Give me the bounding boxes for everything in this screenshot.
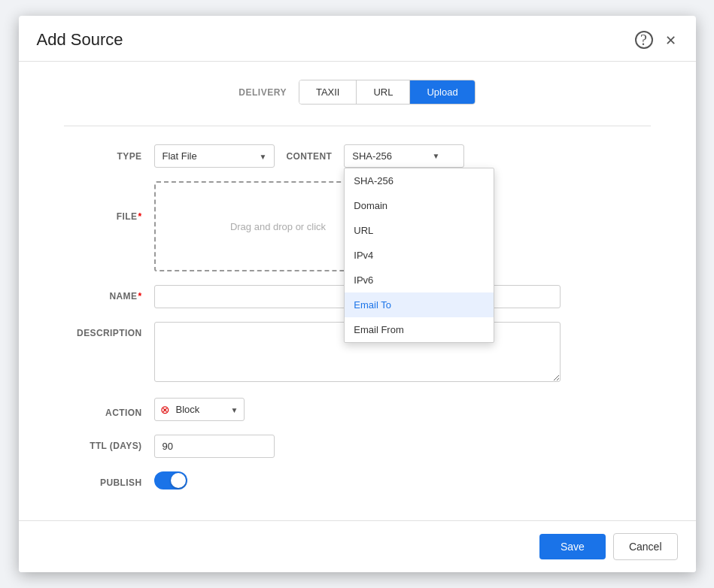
- content-dropdown-list: SHA-256 Domain URL IPv4 IPv6 Email To Em…: [344, 168, 494, 343]
- publish-toggle[interactable]: [154, 471, 187, 489]
- ttl-input[interactable]: [154, 435, 275, 458]
- tab-url[interactable]: URL: [357, 80, 410, 104]
- dropdown-item-url[interactable]: URL: [345, 218, 494, 243]
- dropdown-inner: SHA-256 Domain URL IPv4 IPv6 Email To Em…: [345, 168, 494, 342]
- ttl-row: TTL (DAYS): [64, 435, 651, 458]
- action-select-wrapper: ⊗ Block Allow Monitor ▼: [154, 398, 245, 421]
- name-label: NAME: [64, 285, 154, 302]
- ttl-label: TTL (DAYS): [64, 435, 154, 451]
- dropdown-item-ipv6[interactable]: IPv6: [345, 268, 494, 292]
- help-button[interactable]: ?: [633, 29, 655, 50]
- dropdown-item-sha256[interactable]: SHA-256: [345, 168, 494, 193]
- dialog-title: Add Source: [37, 30, 123, 50]
- close-button[interactable]: ✕: [664, 31, 678, 49]
- action-label: ACTION: [64, 402, 154, 418]
- content-label: CONTENT: [275, 151, 345, 162]
- type-label: TYPE: [64, 151, 154, 162]
- separator: [64, 126, 651, 126]
- dialog-header: Add Source ? ✕: [19, 16, 696, 62]
- header-icons: ? ✕: [633, 29, 678, 50]
- delivery-row: DELIVERY TAXII URL Upload: [64, 80, 651, 105]
- close-icon: ✕: [665, 33, 676, 48]
- dialog-body: DELIVERY TAXII URL Upload TYPE Flat File…: [19, 62, 696, 565]
- publish-row: PUBLISH: [64, 471, 651, 492]
- content-dropdown-trigger[interactable]: SHA-256 ▼: [344, 144, 464, 168]
- toggle-knob: [171, 473, 186, 488]
- delivery-tab-group: TAXII URL Upload: [299, 80, 475, 105]
- help-icon: ?: [635, 31, 653, 49]
- save-button[interactable]: Save: [539, 534, 606, 559]
- type-select-wrapper: Flat File STIX CSV ▼: [154, 144, 275, 168]
- content-dropdown-container: SHA-256 ▼ SHA-256 Domain URL IPv4 IPv6 E…: [344, 144, 464, 168]
- dropdown-item-email-from[interactable]: Email From: [345, 317, 494, 342]
- dropdown-item-ipv4[interactable]: IPv4: [345, 243, 494, 268]
- delivery-label: DELIVERY: [239, 87, 287, 98]
- publish-field: [154, 471, 651, 492]
- cancel-button[interactable]: Cancel: [613, 533, 678, 560]
- add-source-dialog: Add Source ? ✕ DELIVERY TAXII URL Upload…: [19, 16, 696, 572]
- ttl-field: [154, 435, 651, 458]
- description-label: DESCRIPTION: [64, 322, 154, 338]
- tab-upload[interactable]: Upload: [410, 80, 474, 104]
- content-dropdown-arrow: ▼: [432, 152, 439, 160]
- dropdown-item-email-to[interactable]: Email To: [345, 292, 494, 317]
- action-field: ⊗ Block Allow Monitor ▼: [154, 398, 651, 421]
- type-content-row: TYPE Flat File STIX CSV ▼ CONTENT SHA-25…: [64, 144, 651, 168]
- dropdown-item-domain[interactable]: Domain: [345, 193, 494, 218]
- action-select[interactable]: Block Allow Monitor: [154, 398, 245, 421]
- file-drop-text: Drag and drop or click: [230, 221, 326, 232]
- tab-taxii[interactable]: TAXII: [299, 80, 357, 104]
- publish-label: PUBLISH: [64, 471, 154, 488]
- dialog-footer: Save Cancel: [19, 520, 696, 572]
- content-selected-value: SHA-256: [352, 150, 392, 162]
- type-select[interactable]: Flat File STIX CSV: [154, 144, 275, 168]
- file-label: FILE: [64, 181, 154, 222]
- publish-toggle-wrapper: [154, 471, 187, 489]
- action-row: ACTION ⊗ Block Allow Monitor ▼: [64, 398, 651, 421]
